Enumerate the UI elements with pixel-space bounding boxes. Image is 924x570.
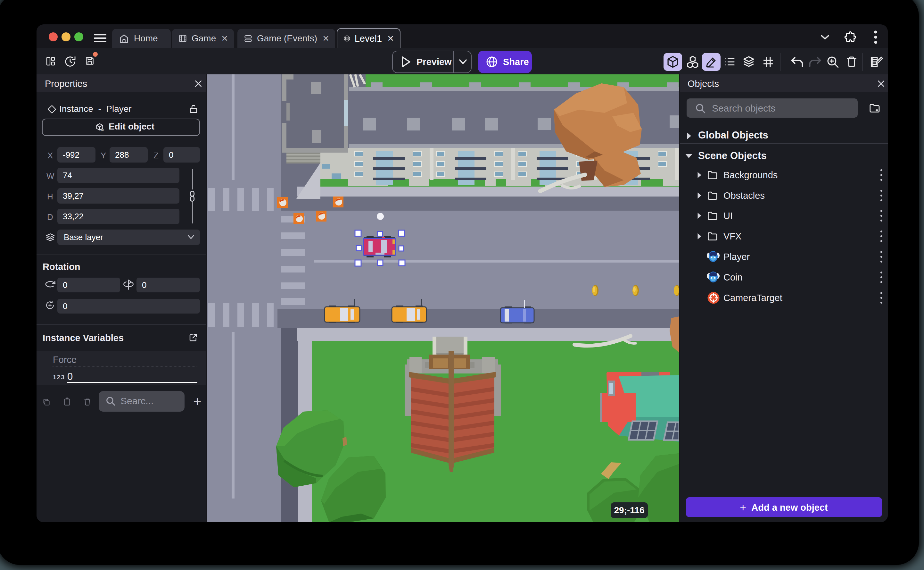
svg-text:3D: 3D: [101, 128, 104, 132]
svg-text:29;-116: 29;-116: [614, 505, 645, 515]
